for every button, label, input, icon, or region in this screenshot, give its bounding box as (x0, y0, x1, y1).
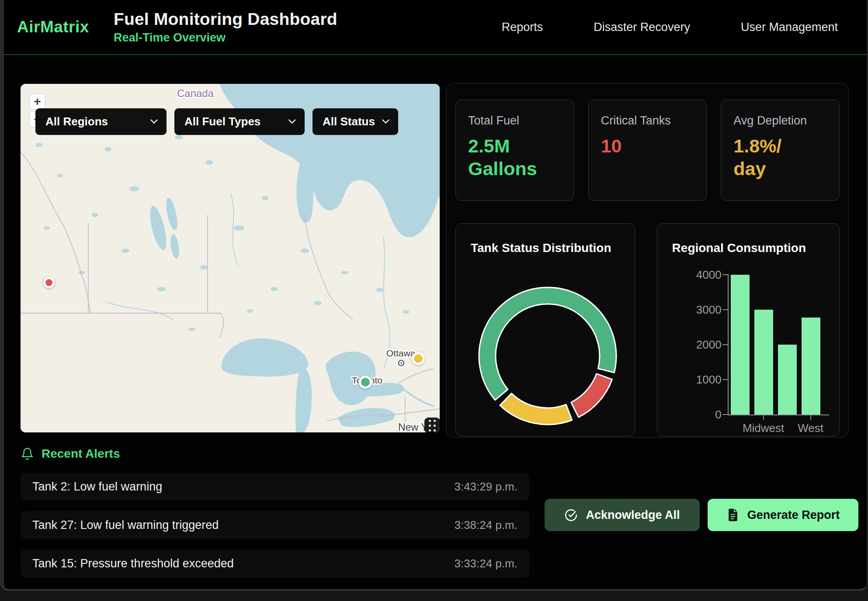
check-circle-icon (564, 508, 578, 522)
stat-cards-row: Total Fuel2.5M GallonsCritical Tanks10Av… (455, 100, 840, 201)
main-nav: ReportsDisaster RecoveryUser Management (502, 21, 838, 34)
y-tick-label: 0 (680, 408, 722, 421)
x-tick (810, 415, 811, 420)
map-geography: CanadaOttawaTorontoNew York (21, 84, 440, 432)
page-title: Fuel Monitoring Dashboard (114, 10, 337, 29)
nav-item-reports[interactable]: Reports (502, 21, 543, 34)
filter-all-fuel-types[interactable]: All Fuel Types (174, 108, 305, 135)
acknowledge-all-label: Acknowledge All (586, 508, 680, 522)
charts-row: Tank Status Distribution Regional Consum… (455, 223, 840, 436)
file-text-icon (726, 508, 740, 522)
y-tick-label: 1000 (680, 373, 722, 386)
donut-segment-2 (500, 394, 572, 425)
title-block: Fuel Monitoring Dashboard Real-Time Over… (114, 10, 337, 45)
donut-segment-1 (571, 374, 612, 417)
nav-item-user-management[interactable]: User Management (741, 21, 838, 34)
alert-row: Tank 27: Low fuel warning triggered3:38:… (21, 511, 529, 539)
map-label-ottawa: Ottawa (386, 348, 416, 358)
recent-alerts-heading: Recent Alerts (21, 446, 120, 461)
y-tick (722, 379, 728, 380)
stat-value: 1.8%/ day (733, 135, 827, 180)
alert-row: Tank 15: Pressure threshold exceeded3:33… (21, 549, 529, 577)
x-axis (728, 414, 829, 415)
recent-alerts-title: Recent Alerts (42, 447, 120, 461)
filter-label: All Regions (45, 115, 108, 128)
alert-timestamp: 3:43:29 p.m. (454, 480, 517, 494)
bar-1 (754, 310, 773, 414)
map-marker-1[interactable] (412, 352, 425, 365)
top-bar: AirMatrix Fuel Monitoring Dashboard Real… (4, 0, 867, 55)
y-tick (722, 274, 728, 275)
stat-card-critical-tanks: Critical Tanks10 (588, 100, 707, 201)
y-tick-label: 4000 (680, 269, 722, 281)
header-brand: AirMatrix (17, 18, 89, 36)
stat-label: Avg Depletion (733, 114, 827, 128)
filter-label: All Fuel Types (184, 115, 260, 128)
x-tick-label: West (780, 421, 841, 435)
tank-status-card: Tank Status Distribution (455, 223, 635, 436)
alert-row: Tank 2: Low fuel warning3:43:29 p.m. (21, 473, 529, 501)
chevron-down-icon (150, 119, 158, 124)
stat-label: Total Fuel (468, 114, 562, 128)
stat-value: 10 (601, 135, 694, 157)
y-tick (722, 309, 728, 310)
metrics-panel: Total Fuel2.5M GallonsCritical Tanks10Av… (446, 83, 849, 438)
filter-all-regions[interactable]: All Regions (35, 108, 167, 135)
stat-label: Critical Tanks (601, 114, 694, 128)
map-marker-0[interactable] (43, 277, 55, 288)
map-label-canada: Canada (177, 87, 214, 99)
generate-report-label: Generate Report (747, 508, 840, 522)
alert-text: Tank 27: Low fuel warning triggered (32, 518, 219, 532)
map-resize-grip-icon[interactable] (424, 418, 440, 432)
bar-0 (731, 275, 750, 414)
alert-text: Tank 2: Low fuel warning (32, 480, 162, 494)
generate-report-button[interactable]: Generate Report (708, 499, 858, 531)
filter-label: All Status (323, 115, 375, 128)
y-tick-label: 3000 (680, 304, 722, 316)
map-canvas[interactable]: CanadaOttawaTorontoNew York + − All Regi… (21, 84, 440, 432)
map-zoom-in-button[interactable]: + (29, 93, 45, 110)
bar-2 (778, 345, 797, 414)
y-tick (722, 344, 728, 345)
acknowledge-all-button[interactable]: Acknowledge All (545, 499, 700, 531)
regional-consumption-card: Regional Consumption 01000200030004000Mi… (657, 223, 840, 436)
x-tick (763, 415, 764, 420)
tank-status-donut-chart (456, 224, 639, 436)
stat-value: 2.5M Gallons (468, 135, 562, 180)
y-tick (722, 414, 728, 415)
dashboard-app: AirMatrix Fuel Monitoring Dashboard Real… (0, 0, 868, 591)
y-axis (728, 274, 729, 415)
filter-all-status[interactable]: All Status (312, 108, 398, 135)
nav-item-disaster-recovery[interactable]: Disaster Recovery (594, 21, 690, 34)
y-tick-label: 2000 (680, 338, 722, 351)
page-subtitle: Real-Time Overview (114, 31, 337, 45)
chevron-down-icon (382, 119, 389, 124)
stat-card-total-fuel: Total Fuel2.5M Gallons (455, 100, 574, 201)
donut-chart-title: Tank Status Distribution (471, 241, 611, 255)
bar-chart-title: Regional Consumption (672, 241, 806, 255)
stat-card-avg-depletion: Avg Depletion1.8%/ day (721, 100, 840, 201)
map-marker-2[interactable] (359, 376, 372, 389)
alert-text: Tank 15: Pressure threshold exceeded (32, 557, 234, 570)
bar-3 (802, 318, 820, 414)
alert-timestamp: 3:38:24 p.m. (454, 518, 517, 532)
alert-timestamp: 3:33:24 p.m. (454, 557, 517, 570)
bell-icon (21, 446, 34, 461)
chevron-down-icon (288, 119, 296, 124)
